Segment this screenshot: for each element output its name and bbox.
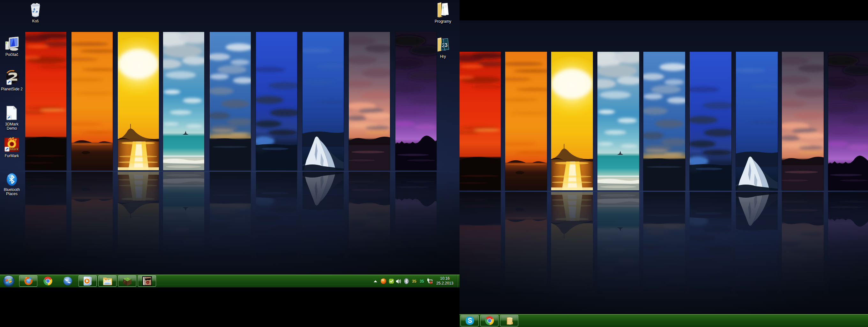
svg-text:Mark: Mark: [9, 147, 19, 151]
svg-text:3: 3: [444, 42, 448, 48]
